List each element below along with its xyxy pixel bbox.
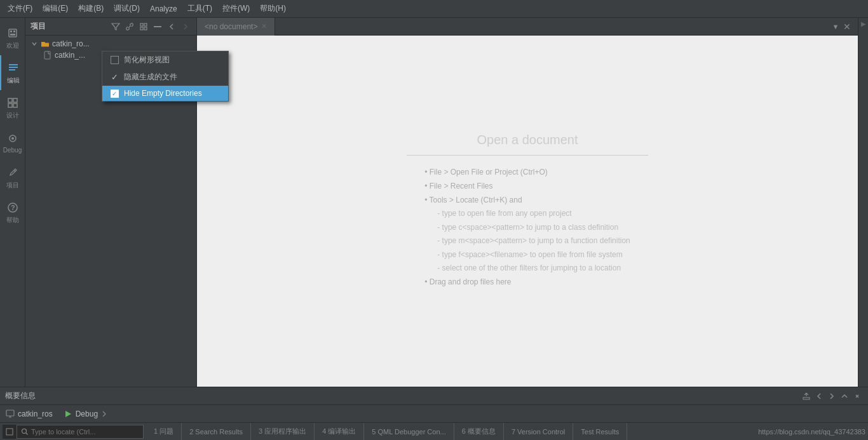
status-bar: 1 问题 2 Search Results 3 应用程序输出 4 编译输出 5 … [0,422,868,440]
svg-rect-7 [8,98,12,102]
search-icon [21,428,29,436]
panel-header: 项目 [25,18,196,36]
sidebar-item-help[interactable]: ? 帮助 [0,195,25,230]
hint-4: - type to open file from any open projec… [424,207,630,221]
bottom-upload-button[interactable] [801,390,812,402]
checkbox-simplified [111,56,119,64]
panel-title: 项目 [31,21,46,32]
wrench-icon [6,166,20,180]
menu-file[interactable]: 文件(F) [3,1,37,17]
menu-controls[interactable]: 控件(W) [217,1,255,17]
debug-run-item[interactable]: Debug [63,409,108,419]
menu-tools[interactable]: 工具(T) [182,1,217,17]
sidebar-item-project[interactable]: 项目 [0,160,25,195]
help-icon: ? [6,201,20,215]
svg-rect-19 [154,26,161,27]
svg-point-25 [22,429,27,433]
editor-area: <no document> ✕ ▼ ✕ Open a document • Fi… [197,18,858,387]
bottom-close-button[interactable] [851,390,863,402]
sidebar-item-debug-top[interactable]: Debug [0,125,25,160]
svg-rect-18 [144,27,147,30]
svg-rect-17 [140,27,143,30]
collapse-tree-icon [31,40,38,48]
svg-point-12 [11,137,14,140]
chevron-right-icon [100,410,108,418]
file-icon [43,51,52,60]
status-tab-app-output[interactable]: 3 应用程序输出 [251,423,315,441]
svg-rect-2 [13,30,15,32]
editor-tab-no-doc[interactable]: <no document> ✕ [197,18,275,36]
svg-marker-23 [65,411,71,417]
sidebar-item-edit[interactable]: 编辑 [0,55,25,90]
svg-rect-8 [13,98,17,102]
bottom-prev-button[interactable] [813,390,825,402]
status-tab-qml-debugger[interactable]: 5 QML Debugger Con... [364,423,454,441]
status-tab-problems[interactable]: 1 问题 [146,423,182,441]
search-box[interactable] [17,425,144,439]
hint-6: - type m<space><pattern> to jump to a fu… [424,234,630,248]
summary-label: 概要信息 [5,390,36,401]
bottom-tools [801,390,863,402]
tab-close-all-button[interactable]: ✕ [841,21,853,32]
hint-3: • Tools > Locate (Ctrl+K) and [424,194,630,208]
status-tab-test-results[interactable]: Test Results [573,423,627,441]
monitor-icon [5,409,15,419]
link-button[interactable] [124,21,135,32]
status-tab-search-results[interactable]: 2 Search Results [182,423,251,441]
menu-debug[interactable]: 调试(D) [109,1,145,17]
next-button[interactable] [180,21,191,32]
search-input[interactable] [31,428,133,436]
hint-5: - type c<space><pattern> to jump to a cl… [424,221,630,235]
svg-rect-20 [44,51,50,59]
hint-8: - select one of the other filters for ju… [424,262,630,276]
status-right: https://blog.csdn.net/qq_43742383 [758,428,865,436]
menu-bar: 文件(F) 编辑(E) 构建(B) 调试(D) Analyze 工具(T) 控件… [0,0,868,18]
bottom-next-button[interactable] [826,390,837,402]
tab-dropdown-button[interactable]: ▼ [830,21,841,32]
sidebar-label-debug: Debug [3,147,22,154]
svg-rect-6 [9,69,15,70]
editor-tab-label: <no document> [205,22,257,31]
bottom-expand-button[interactable] [839,390,850,402]
svg-rect-3 [10,34,15,36]
collapse-button[interactable] [138,21,149,32]
prev-button[interactable] [166,21,177,32]
sidebar-item-welcome[interactable]: 欢迎 [0,20,25,55]
svg-rect-0 [9,29,17,37]
tab-close-button[interactable]: ✕ [261,22,267,30]
svg-rect-21 [803,397,810,399]
context-menu-label-simplified: 简化树形视图 [124,55,170,65]
menu-build[interactable]: 构建(B) [73,1,109,17]
menu-analyze[interactable]: Analyze [145,2,182,16]
filter-button[interactable] [110,21,121,32]
menu-edit[interactable]: 编辑(E) [37,1,73,17]
debug-label: catkin_ros [18,410,53,418]
edit-icon [6,61,20,75]
svg-rect-5 [9,67,18,68]
svg-rect-1 [10,30,12,32]
context-menu-item-hide-empty[interactable]: ✓ Hide Empty Directories [102,86,228,101]
panel-tools [110,21,191,32]
right-scroll-icon[interactable]: ▶ [861,20,866,27]
hint-1: • File > Open File or Project (Ctrl+O) [424,166,630,180]
tree-root-item[interactable]: catkin_ro... [25,38,196,50]
status-tab-version-control[interactable]: 7 Version Control [504,423,573,441]
context-menu-item-simplified[interactable]: 简化树形视图 [102,51,228,69]
svg-rect-22 [6,410,14,416]
sidebar-label-help: 帮助 [6,216,19,225]
sidebar-item-design[interactable]: 设计 [0,90,25,125]
menu-help[interactable]: 帮助(H) [255,1,291,17]
context-menu-label-hide-empty: Hide Empty Directories [124,89,202,98]
tree-child-label: catkin_... [55,51,85,60]
status-tab-compile-output[interactable]: 4 编译输出 [315,423,364,441]
hint-2: • File > Recent Files [424,180,630,194]
svg-rect-24 [6,429,13,435]
tree-root-label: catkin_ro... [52,39,90,48]
sidebar: 欢迎 编辑 设计 [0,18,25,387]
editor-content: Open a document • File > Open File or Pr… [197,36,858,387]
status-tab-summary[interactable]: 6 概要信息 [454,423,504,441]
debug-panel-item[interactable]: catkin_ros [5,409,53,419]
close-panel-button[interactable] [152,21,163,32]
context-menu-item-hide-generated[interactable]: ✓ 隐藏生成的文件 [102,69,228,86]
status-tabs: 1 问题 2 Search Results 3 应用程序输出 4 编译输出 5 … [146,423,627,441]
